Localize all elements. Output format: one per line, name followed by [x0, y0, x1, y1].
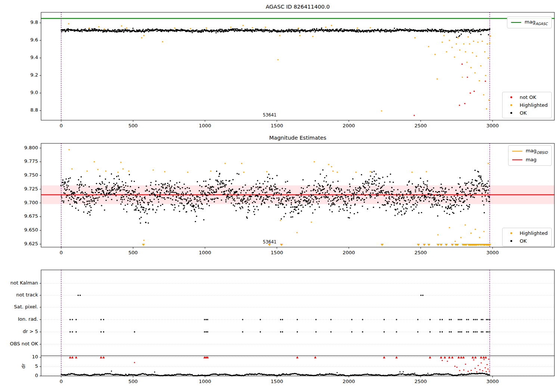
clipped-low-marker-icon	[451, 244, 454, 246]
data-point	[487, 43, 488, 44]
data-point	[279, 199, 280, 200]
data-point	[402, 206, 403, 207]
data-point	[420, 295, 421, 296]
data-point	[291, 31, 292, 32]
data-point	[130, 198, 131, 199]
data-point	[230, 192, 231, 193]
data-point	[113, 186, 115, 187]
data-point	[386, 197, 387, 199]
data-point	[212, 198, 213, 199]
data-point	[222, 182, 223, 183]
data-point	[459, 49, 460, 50]
data-point	[281, 200, 282, 201]
data-point	[167, 197, 168, 198]
data-point	[104, 193, 105, 195]
data-point	[127, 190, 128, 191]
data-point	[123, 184, 124, 186]
data-point	[404, 212, 405, 214]
y-tick-label: 9.6	[0, 37, 38, 43]
data-point	[302, 179, 304, 180]
data-point	[298, 28, 299, 29]
data-point	[71, 191, 72, 192]
data-point	[202, 195, 203, 196]
data-point	[487, 193, 488, 194]
green-line-swatch-icon	[511, 22, 521, 23]
data-point	[183, 208, 184, 209]
data-point	[95, 189, 96, 190]
data-point	[405, 200, 406, 202]
data-point	[201, 186, 202, 187]
data-point	[385, 29, 386, 30]
data-point	[460, 186, 461, 187]
data-point	[435, 201, 436, 202]
y-tick-label: 9.775	[0, 158, 38, 164]
data-point	[415, 206, 416, 208]
data-point	[310, 190, 311, 191]
data-point	[225, 180, 227, 181]
x-tick-label: 0	[50, 123, 72, 128]
data-point	[400, 192, 401, 193]
data-point	[195, 198, 196, 199]
data-point	[306, 190, 307, 192]
data-point	[75, 331, 77, 332]
data-point	[255, 202, 256, 203]
data-point	[80, 192, 81, 193]
data-point	[327, 184, 329, 185]
category-label: dr > 5	[0, 329, 38, 334]
data-point	[96, 190, 97, 192]
panel-flags-dr	[40, 270, 554, 377]
data-point	[166, 190, 167, 191]
legend-row: not OK	[506, 94, 548, 100]
x-tick-label: 1500	[266, 123, 288, 128]
x-tick-label: 1500	[266, 250, 288, 255]
data-point	[140, 196, 141, 197]
data-point	[144, 212, 145, 213]
data-point	[128, 197, 129, 199]
data-point	[315, 197, 316, 198]
data-point	[342, 198, 343, 199]
data-point	[284, 207, 285, 208]
data-point	[331, 25, 332, 26]
data-point	[277, 59, 279, 60]
data-point	[185, 194, 186, 195]
data-point	[372, 193, 373, 194]
data-point	[468, 181, 469, 183]
data-point	[315, 199, 317, 200]
data-point	[132, 28, 133, 29]
data-point	[480, 362, 482, 363]
data-point	[459, 331, 460, 332]
data-point	[362, 319, 363, 320]
data-point	[203, 31, 204, 32]
data-point	[152, 28, 153, 29]
data-point	[353, 195, 354, 196]
data-point	[334, 204, 335, 205]
data-point	[326, 196, 327, 197]
data-point	[131, 180, 132, 181]
data-point	[96, 194, 97, 195]
data-point	[71, 199, 72, 200]
data-point	[312, 190, 314, 191]
data-point	[280, 31, 281, 32]
data-point	[102, 190, 103, 191]
data-point	[417, 331, 418, 332]
data-point	[239, 197, 240, 199]
data-point	[451, 47, 452, 48]
x-tick-label: 2500	[410, 379, 432, 384]
data-point	[144, 196, 145, 197]
data-point	[236, 195, 237, 196]
data-point	[357, 28, 358, 29]
data-point	[218, 181, 219, 182]
data-point	[181, 203, 183, 204]
data-point	[185, 199, 186, 200]
data-point	[299, 35, 301, 36]
data-point	[432, 197, 433, 198]
data-point	[338, 199, 339, 200]
data-point	[444, 35, 445, 36]
data-point	[84, 204, 85, 205]
data-point	[81, 184, 82, 185]
data-point	[89, 200, 90, 202]
clamped-high-marker-icon	[395, 356, 398, 358]
data-point	[318, 187, 319, 189]
data-point	[280, 331, 281, 332]
data-point	[346, 204, 347, 205]
